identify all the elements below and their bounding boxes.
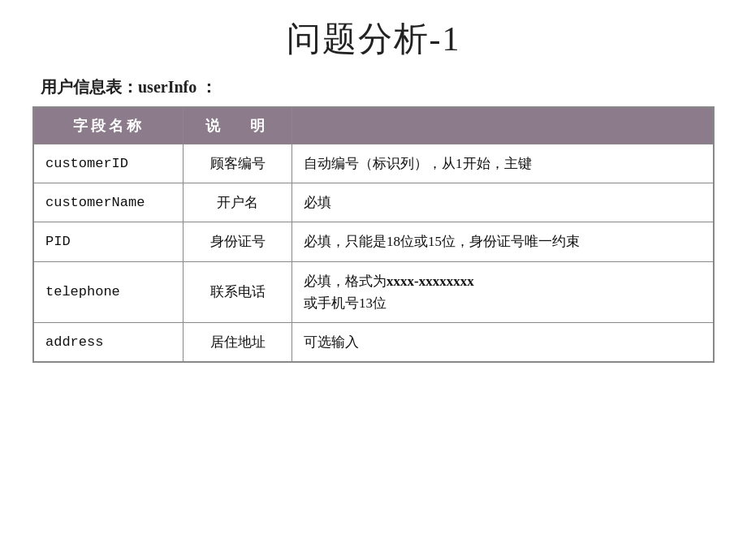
table-row: address居住地址可选输入 [34, 322, 714, 361]
table-row: customerID顾客编号自动编号（标识列），从1开始，主键 [34, 144, 714, 183]
field-name: customerName [34, 183, 184, 222]
field-name: PID [34, 222, 184, 261]
field-name: customerID [34, 144, 184, 183]
field-details: 可选输入 [292, 322, 714, 361]
field-details: 必填，只能是18位或15位，身份证号唯一约束 [292, 222, 714, 261]
header-details [292, 108, 714, 144]
field-description: 居住地址 [184, 322, 292, 361]
table-wrapper: 字段名称 说 明 customerID顾客编号自动编号（标识列），从1开始，主键… [32, 106, 715, 363]
field-description: 联系电话 [184, 261, 292, 322]
field-description: 顾客编号 [184, 144, 292, 183]
field-details: 必填，格式为xxxx-xxxxxxxx或手机号13位 [292, 261, 714, 322]
field-description: 身份证号 [184, 222, 292, 261]
subtitle: 用户信息表：userInfo ： [32, 76, 217, 98]
field-details: 必填 [292, 183, 714, 222]
table-header-row: 字段名称 说 明 [34, 108, 714, 144]
header-description: 说 明 [184, 108, 292, 144]
table-row: PID身份证号必填，只能是18位或15位，身份证号唯一约束 [34, 222, 714, 261]
field-description: 开户名 [184, 183, 292, 222]
header-field: 字段名称 [34, 108, 184, 144]
info-table: 字段名称 说 明 customerID顾客编号自动编号（标识列），从1开始，主键… [33, 107, 714, 362]
field-name: telephone [34, 261, 184, 322]
page: 问题分析-1 用户信息表：userInfo ： 字段名称 说 明 custome… [0, 0, 747, 560]
field-name: address [34, 322, 184, 361]
table-row: telephone联系电话必填，格式为xxxx-xxxxxxxx或手机号13位 [34, 261, 714, 322]
table-row: customerName开户名必填 [34, 183, 714, 222]
field-details: 自动编号（标识列），从1开始，主键 [292, 144, 714, 183]
page-title: 问题分析-1 [32, 16, 715, 62]
